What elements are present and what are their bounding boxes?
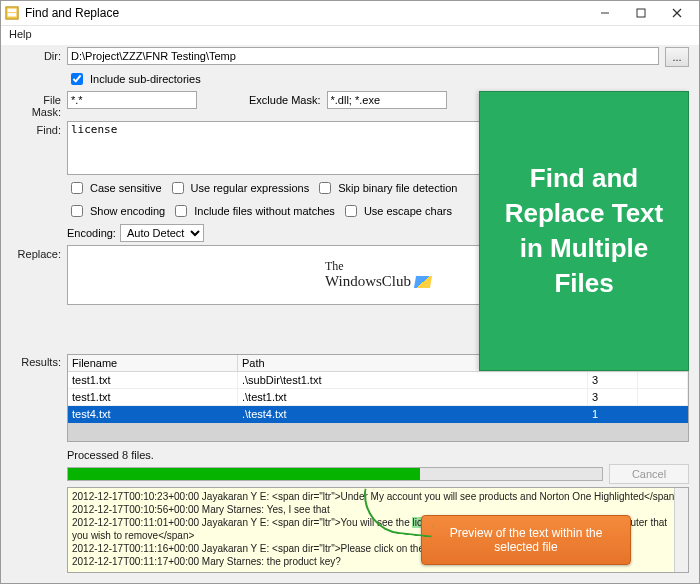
include-sub-checkbox[interactable]: Include sub-directories [67,70,201,88]
include-no-match-label: Include files without matches [194,205,335,217]
app-icon [5,6,19,20]
titlebar: Find and Replace [1,1,699,26]
window-title: Find and Replace [25,6,119,20]
maximize-button[interactable] [623,1,659,25]
table-row[interactable]: test1.txt.\test1.txt3 [68,389,688,406]
cell-path: .\subDir\test1.txt [238,372,588,389]
include-sub-label: Include sub-directories [90,73,201,85]
cell-matches: 1 [588,406,638,423]
content-area: Dir: ... Include sub-directories File Ma… [1,45,699,583]
use-escape-label: Use escape chars [364,205,452,217]
cell-error [638,406,688,423]
find-label: Find: [11,121,61,136]
exclude-mask-label: Exclude Mask: [249,91,321,106]
svg-rect-4 [637,9,645,17]
show-encoding-checkbox[interactable]: Show encoding [67,202,165,220]
browse-button[interactable]: ... [665,47,689,67]
replace-label: Replace: [11,245,61,260]
logo-text-b: WindowsClub [325,273,411,290]
exclude-mask-input[interactable] [327,91,447,109]
results-label: Results: [11,354,61,368]
progress-row: Cancel [11,464,689,484]
case-sensitive-label: Case sensitive [90,182,162,194]
logo-text-a: The [325,260,431,273]
show-encoding-label: Show encoding [90,205,165,217]
cell-error [638,389,688,406]
cell-filename: test1.txt [68,389,238,406]
use-regex-checkbox[interactable]: Use regular expressions [168,179,310,197]
include-sub-row: Include sub-directories [11,70,689,88]
dir-input[interactable] [67,47,659,65]
include-sub-check-input[interactable] [71,73,83,85]
cell-matches: 3 [588,372,638,389]
cell-path: .\test4.txt [238,406,588,423]
file-mask-input[interactable] [67,91,197,109]
preview-scrollbar[interactable] [674,488,688,572]
flag-icon [414,276,432,288]
close-button[interactable] [659,1,695,25]
cancel-button[interactable]: Cancel [609,464,689,484]
use-regex-label: Use regular expressions [191,182,310,194]
use-escape-checkbox[interactable]: Use escape chars [341,202,452,220]
results-empty-area [68,423,688,441]
cell-path: .\test1.txt [238,389,588,406]
encoding-select[interactable]: Auto Detect [120,224,204,242]
table-row[interactable]: test4.txt.\test4.txt1 [68,406,688,423]
overlay-banner: Find and Replace Text in Multiple Files [479,91,689,371]
processed-text: Processed 8 files. [11,449,689,461]
menubar: Help [1,26,699,45]
progress-fill [68,468,420,480]
dir-row: Dir: ... [11,47,689,67]
skip-binary-label: Skip binary file detection [338,182,457,194]
cell-filename: test1.txt [68,372,238,389]
file-mask-label: File Mask: [11,91,61,118]
progress-bar [67,467,603,481]
menu-help[interactable]: Help [9,28,32,40]
app-window: Find and Replace Help Dir: ... Include s… [0,0,700,584]
encoding-label: Encoding: [67,227,116,239]
svg-rect-1 [8,9,17,13]
include-no-match-checkbox[interactable]: Include files without matches [171,202,335,220]
preview-callout: Preview of the text within the selected … [421,515,631,565]
table-row[interactable]: test1.txt.\subDir\test1.txt3 [68,372,688,389]
case-sensitive-checkbox[interactable]: Case sensitive [67,179,162,197]
svg-rect-2 [8,13,17,17]
cell-error [638,372,688,389]
dir-label: Dir: [11,47,61,62]
cell-matches: 3 [588,389,638,406]
col-filename[interactable]: Filename [68,355,238,371]
minimize-button[interactable] [587,1,623,25]
cell-filename: test4.txt [68,406,238,423]
skip-binary-checkbox[interactable]: Skip binary file detection [315,179,457,197]
results-body: test1.txt.\subDir\test1.txt3test1.txt.\t… [68,372,688,423]
